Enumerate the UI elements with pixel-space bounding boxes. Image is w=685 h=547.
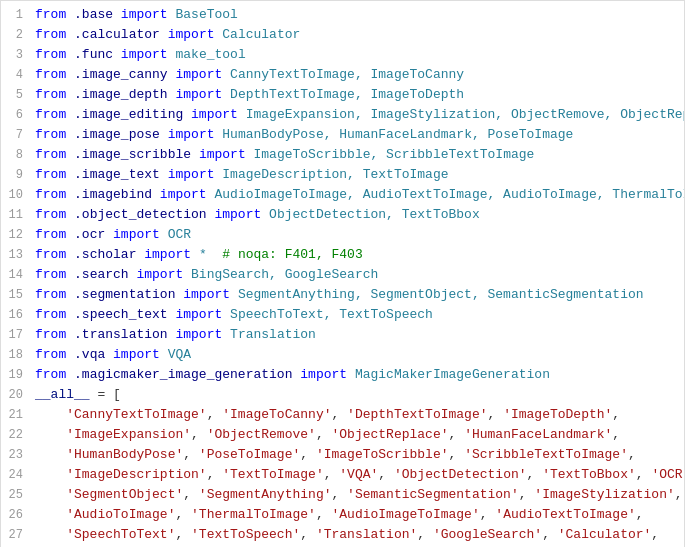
line-content: from .image_canny import CannyTextToImag… xyxy=(31,65,684,85)
code-line: 16from .speech_text import SpeechToText,… xyxy=(1,305,684,325)
code-line: 26 'AudioToImage', 'ThermalToImage', 'Au… xyxy=(1,505,684,525)
code-line: 22 'ImageExpansion', 'ObjectRemove', 'Ob… xyxy=(1,425,684,445)
line-content: from .scholar import * # noqa: F401, F40… xyxy=(31,245,684,265)
code-block: 1from .base import BaseTool2from .calcul… xyxy=(1,1,684,547)
line-number: 8 xyxy=(1,146,31,164)
line-number: 12 xyxy=(1,226,31,244)
code-line: 27 'SpeechToText', 'TextToSpeech', 'Tran… xyxy=(1,525,684,545)
line-content: from .magicmaker_image_generation import… xyxy=(31,365,684,385)
line-number: 17 xyxy=(1,326,31,344)
line-number: 16 xyxy=(1,306,31,324)
line-number: 11 xyxy=(1,206,31,224)
line-content: 'CannyTextToImage', 'ImageToCanny', 'Dep… xyxy=(31,405,684,425)
line-number: 6 xyxy=(1,106,31,124)
code-line: 12from .ocr import OCR xyxy=(1,225,684,245)
line-content: from .calculator import Calculator xyxy=(31,25,684,45)
line-content: from .image_editing import ImageExpansio… xyxy=(31,105,685,125)
line-number: 24 xyxy=(1,466,31,484)
line-number: 19 xyxy=(1,366,31,384)
line-content: 'ImageExpansion', 'ObjectRemove', 'Objec… xyxy=(31,425,684,445)
code-line: 1from .base import BaseTool xyxy=(1,5,684,25)
line-content: from .func import make_tool xyxy=(31,45,684,65)
code-line: 18from .vqa import VQA xyxy=(1,345,684,365)
line-content: 'AudioToImage', 'ThermalToImage', 'Audio… xyxy=(31,505,684,525)
code-line: 6from .image_editing import ImageExpansi… xyxy=(1,105,684,125)
line-number: 25 xyxy=(1,486,31,504)
line-number: 20 xyxy=(1,386,31,404)
line-content: 'HumanBodyPose', 'PoseToImage', 'ImageTo… xyxy=(31,445,684,465)
line-content: from .vqa import VQA xyxy=(31,345,684,365)
code-line: 8from .image_scribble import ImageToScri… xyxy=(1,145,684,165)
line-content: from .segmentation import SegmentAnythin… xyxy=(31,285,684,305)
line-content: from .image_text import ImageDescription… xyxy=(31,165,684,185)
code-line: 9from .image_text import ImageDescriptio… xyxy=(1,165,684,185)
line-number: 10 xyxy=(1,186,31,204)
code-line: 11from .object_detection import ObjectDe… xyxy=(1,205,684,225)
line-number: 7 xyxy=(1,126,31,144)
line-content: 'SpeechToText', 'TextToSpeech', 'Transla… xyxy=(31,525,684,545)
line-content: from .object_detection import ObjectDete… xyxy=(31,205,684,225)
line-number: 18 xyxy=(1,346,31,364)
code-line: 21 'CannyTextToImage', 'ImageToCanny', '… xyxy=(1,405,684,425)
line-number: 5 xyxy=(1,86,31,104)
line-number: 21 xyxy=(1,406,31,424)
line-content: from .image_pose import HumanBodyPose, H… xyxy=(31,125,684,145)
code-line: 14from .search import BingSearch, Google… xyxy=(1,265,684,285)
line-number: 27 xyxy=(1,526,31,544)
line-number: 23 xyxy=(1,446,31,464)
line-content: __all__ = [ xyxy=(31,385,684,405)
line-content: from .ocr import OCR xyxy=(31,225,684,245)
line-content: 'SegmentObject', 'SegmentAnything', 'Sem… xyxy=(31,485,684,505)
line-content: from .image_depth import DepthTextToImag… xyxy=(31,85,684,105)
line-content: from .search import BingSearch, GoogleSe… xyxy=(31,265,684,285)
code-line: 13from .scholar import * # noqa: F401, F… xyxy=(1,245,684,265)
code-line: 17from .translation import Translation xyxy=(1,325,684,345)
code-line: 20__all__ = [ xyxy=(1,385,684,405)
code-editor: 1from .base import BaseTool2from .calcul… xyxy=(0,0,685,547)
line-content: from .base import BaseTool xyxy=(31,5,684,25)
code-line: 10from .imagebind import AudioImageToIma… xyxy=(1,185,684,205)
line-number: 9 xyxy=(1,166,31,184)
line-number: 14 xyxy=(1,266,31,284)
line-number: 1 xyxy=(1,6,31,24)
line-number: 3 xyxy=(1,46,31,64)
line-content: from .image_scribble import ImageToScrib… xyxy=(31,145,684,165)
code-line: 24 'ImageDescription', 'TextToImage', 'V… xyxy=(1,465,684,485)
line-content: 'ImageDescription', 'TextToImage', 'VQA'… xyxy=(31,465,685,485)
code-line: 25 'SegmentObject', 'SegmentAnything', '… xyxy=(1,485,684,505)
line-content: from .imagebind import AudioImageToImage… xyxy=(31,185,685,205)
line-number: 22 xyxy=(1,426,31,444)
line-content: from .speech_text import SpeechToText, T… xyxy=(31,305,684,325)
code-line: 2from .calculator import Calculator xyxy=(1,25,684,45)
line-number: 13 xyxy=(1,246,31,264)
code-line: 19from .magicmaker_image_generation impo… xyxy=(1,365,684,385)
line-content: from .translation import Translation xyxy=(31,325,684,345)
line-number: 2 xyxy=(1,26,31,44)
line-number: 4 xyxy=(1,66,31,84)
code-line: 7from .image_pose import HumanBodyPose, … xyxy=(1,125,684,145)
line-number: 26 xyxy=(1,506,31,524)
code-line: 23 'HumanBodyPose', 'PoseToImage', 'Imag… xyxy=(1,445,684,465)
code-line: 15from .segmentation import SegmentAnyth… xyxy=(1,285,684,305)
code-line: 5from .image_depth import DepthTextToIma… xyxy=(1,85,684,105)
code-line: 3from .func import make_tool xyxy=(1,45,684,65)
line-number: 15 xyxy=(1,286,31,304)
code-line: 4from .image_canny import CannyTextToIma… xyxy=(1,65,684,85)
